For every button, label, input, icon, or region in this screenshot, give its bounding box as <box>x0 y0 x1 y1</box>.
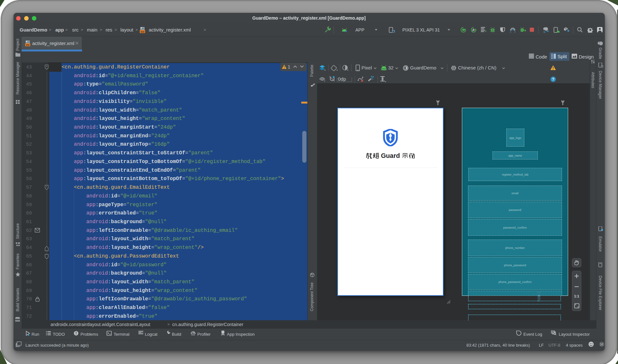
svg-text:<>: <> <box>141 30 145 33</box>
svg-text:<>: <> <box>26 43 30 46</box>
svg-text:A: A <box>472 28 474 32</box>
